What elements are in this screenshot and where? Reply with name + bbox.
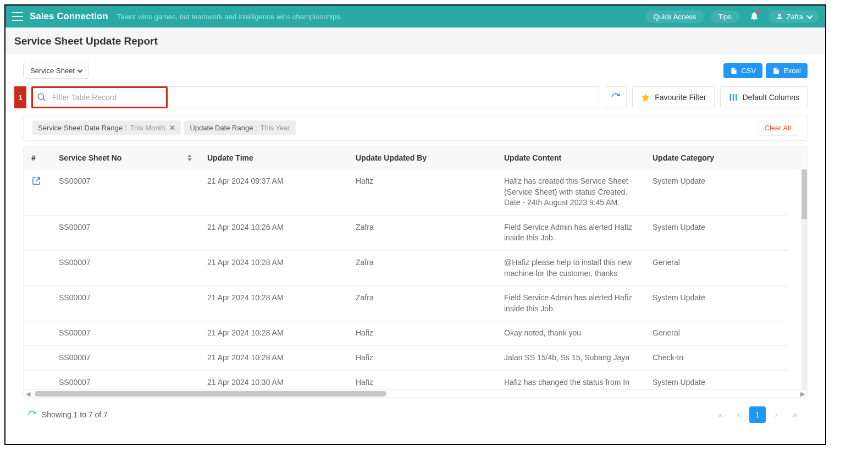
col-update-time[interactable]: Update Time bbox=[200, 147, 348, 169]
columns-icon bbox=[728, 92, 738, 102]
cell-update-time: 21 Apr 2024 10:26 AM bbox=[200, 216, 348, 251]
cell-update-time: 21 Apr 2024 10:28 AM bbox=[200, 251, 348, 286]
table-row[interactable]: SS0000721 Apr 2024 10:28 AMZafraField Se… bbox=[24, 286, 807, 321]
open-in-new-icon[interactable] bbox=[31, 176, 41, 186]
quick-access-button[interactable]: Quick Access bbox=[646, 10, 704, 23]
cell-update-time: 21 Apr 2024 10:28 AM bbox=[200, 346, 348, 371]
cell-update-content: Hafiz has created this Service Sheet (Se… bbox=[496, 169, 645, 216]
page-title: Service Sheet Update Report bbox=[14, 35, 816, 47]
refresh-button[interactable] bbox=[605, 86, 627, 108]
cell-update-time: 21 Apr 2024 09:37 AM bbox=[200, 169, 348, 216]
chevron-down-icon bbox=[806, 13, 812, 19]
col-update-category[interactable]: Update Category bbox=[645, 147, 788, 169]
default-columns-label: Default Columns bbox=[743, 93, 800, 102]
export-excel-button[interactable]: Excel bbox=[766, 63, 808, 78]
cell-updated-by: Hafiz bbox=[348, 371, 496, 389]
horizontal-scrollbar[interactable]: ◀ ▶ bbox=[24, 389, 807, 397]
table-header: # Service Sheet No Update Time Update Up… bbox=[24, 147, 807, 169]
open-row-cell[interactable] bbox=[24, 169, 51, 216]
table-row[interactable]: SS0000721 Apr 2024 10:28 AMHafizOkay not… bbox=[24, 321, 807, 346]
cell-update-content: Field Service Admin has alerted Hafiz in… bbox=[496, 286, 645, 321]
page-prev-button[interactable]: ‹ bbox=[731, 406, 747, 423]
open-row-cell bbox=[24, 216, 51, 251]
table-row[interactable]: SS0000721 Apr 2024 10:28 AMZafra@Hafiz p… bbox=[24, 251, 807, 286]
col-update-content[interactable]: Update Content bbox=[496, 147, 645, 169]
open-row-cell bbox=[24, 346, 51, 371]
sheet-type-label: Service Sheet bbox=[30, 67, 75, 75]
file-icon bbox=[730, 67, 738, 75]
pagination: « ‹ 1 › » bbox=[712, 406, 803, 423]
page-number-button[interactable]: 1 bbox=[749, 406, 766, 423]
col-updated-by[interactable]: Update Updated By bbox=[348, 147, 496, 169]
open-row-cell bbox=[24, 321, 51, 346]
cell-update-category: General bbox=[645, 321, 788, 346]
close-icon[interactable]: ✕ bbox=[169, 124, 175, 132]
cell-sheet-no: SS00007 bbox=[51, 251, 200, 286]
clear-all-button[interactable]: Clear All bbox=[758, 120, 798, 136]
cell-update-category: Check-In bbox=[645, 346, 788, 371]
cell-update-category: System Update bbox=[645, 216, 788, 251]
scroll-left-icon[interactable]: ◀ bbox=[25, 390, 31, 397]
export-csv-button[interactable]: CSV bbox=[723, 63, 762, 78]
cell-sheet-no: SS00007 bbox=[51, 169, 200, 216]
user-name-label: Zafra bbox=[787, 13, 803, 21]
notification-dot-icon bbox=[756, 10, 760, 14]
default-columns-button[interactable]: Default Columns bbox=[720, 86, 808, 108]
filter-chip-update-date[interactable]: Update Date Range : This Year bbox=[184, 120, 295, 135]
table-row[interactable]: SS0000721 Apr 2024 10:26 AMZafraField Se… bbox=[24, 216, 807, 251]
cell-update-content: Okay noted, thank you bbox=[496, 321, 645, 346]
search-input[interactable] bbox=[52, 93, 593, 102]
filter-chip-label: Service Sheet Date Range : bbox=[38, 124, 126, 132]
cell-sheet-no: SS00007 bbox=[51, 371, 200, 389]
sheet-type-dropdown[interactable]: Service Sheet bbox=[23, 63, 89, 79]
data-table: # Service Sheet No Update Time Update Up… bbox=[23, 146, 808, 398]
cell-update-content: Field Service Admin has alerted Hafiz in… bbox=[496, 216, 645, 251]
page-next-button[interactable]: › bbox=[768, 406, 784, 423]
page-last-button[interactable]: » bbox=[787, 406, 803, 423]
chevron-down-icon bbox=[77, 67, 82, 73]
cell-update-category: System Update bbox=[645, 169, 788, 216]
export-excel-label: Excel bbox=[783, 67, 801, 75]
user-menu-button[interactable]: Zafra bbox=[769, 10, 819, 23]
table-row[interactable]: SS0000721 Apr 2024 10:30 AMHafizHafiz ha… bbox=[24, 371, 807, 389]
cell-update-time: 21 Apr 2024 10:28 AM bbox=[200, 286, 348, 321]
cell-sheet-no: SS00007 bbox=[51, 346, 200, 371]
page-first-button[interactable]: « bbox=[712, 406, 728, 423]
cell-sheet-no: SS00007 bbox=[51, 286, 200, 321]
cell-update-content: Hafiz has changed the status from In Pro… bbox=[496, 371, 645, 389]
favourite-filter-button[interactable]: Favourite Filter bbox=[632, 86, 714, 108]
cell-update-time: 21 Apr 2024 10:30 AM bbox=[200, 371, 348, 389]
top-navbar: Sales Connection Talent wins games, but … bbox=[5, 5, 825, 27]
table-row[interactable]: SS0000721 Apr 2024 09:37 AMHafizHafiz ha… bbox=[24, 169, 807, 216]
cell-updated-by: Hafiz bbox=[348, 346, 496, 371]
cell-updated-by: Zafra bbox=[348, 216, 496, 251]
refresh-icon[interactable] bbox=[27, 410, 36, 419]
file-icon bbox=[772, 67, 780, 75]
open-row-cell bbox=[24, 371, 51, 389]
cell-update-category: System Update bbox=[645, 286, 788, 321]
notifications-button[interactable] bbox=[749, 11, 759, 23]
cell-sheet-no: SS00007 bbox=[51, 216, 200, 251]
scroll-right-icon[interactable]: ▶ bbox=[799, 390, 806, 397]
refresh-icon bbox=[611, 92, 621, 102]
svg-line-1 bbox=[43, 98, 46, 101]
star-icon bbox=[640, 92, 650, 102]
col-sheet-no-label: Service Sheet No bbox=[59, 153, 121, 162]
callout-badge: 1 bbox=[14, 86, 26, 108]
vertical-scrollbar-thumb[interactable] bbox=[801, 169, 807, 219]
filter-chip-sheet-date[interactable]: Service Sheet Date Range : This Month ✕ bbox=[32, 120, 181, 135]
filter-chip-label: Update Date Range : bbox=[190, 124, 257, 132]
results-summary: Showing 1 to 7 of 7 bbox=[42, 410, 108, 419]
table-row[interactable]: SS0000721 Apr 2024 10:28 AMHafizJalan SS… bbox=[24, 346, 807, 371]
cell-update-category: System Update bbox=[645, 371, 788, 389]
search-input-container[interactable] bbox=[31, 86, 599, 108]
svg-point-0 bbox=[38, 93, 44, 100]
hamburger-menu-icon[interactable] bbox=[12, 12, 23, 21]
filter-chip-value: This Year bbox=[261, 124, 290, 132]
horizontal-scrollbar-thumb[interactable] bbox=[35, 391, 386, 397]
tips-button[interactable]: Tips bbox=[711, 10, 739, 23]
user-icon bbox=[776, 13, 783, 20]
table-body: SS0000721 Apr 2024 09:37 AMHafizHafiz ha… bbox=[24, 169, 807, 389]
col-hash: # bbox=[24, 147, 51, 169]
col-sheet-no[interactable]: Service Sheet No bbox=[51, 147, 200, 169]
